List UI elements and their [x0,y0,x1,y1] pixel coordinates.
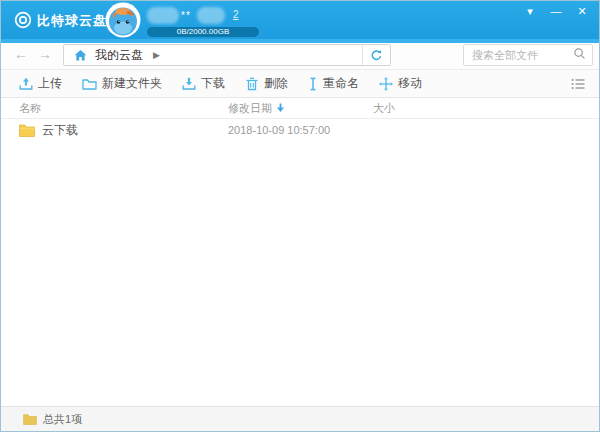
search-icon[interactable] [573,46,586,64]
new-folder-button[interactable]: 新建文件夹 [82,75,162,92]
back-button[interactable]: ← [11,46,31,62]
app-window: 比特球云盘 ** 2 0B/2000.00GB ▾ — ✕ ← → [0,0,600,432]
minimize-button[interactable]: — [547,3,565,19]
user-avatar[interactable] [105,2,141,38]
list-view-toggle-button[interactable] [571,78,585,90]
rename-button[interactable]: 重命名 [308,75,359,92]
column-header-modified[interactable]: 修改日期 [228,101,373,116]
delete-label: 删除 [264,75,288,92]
sort-descending-icon [276,103,285,113]
menu-dropdown-button[interactable]: ▾ [521,3,539,19]
list-view-icon [571,78,585,90]
column-header-size[interactable]: 大小 [373,101,599,116]
upload-button[interactable]: 上传 [19,75,62,92]
folder-icon [19,124,35,137]
titlebar: 比特球云盘 ** 2 0B/2000.00GB ▾ — ✕ [1,1,599,39]
column-header-name[interactable]: 名称 [1,101,228,116]
delete-button[interactable]: 删除 [245,75,288,92]
table-row[interactable]: 云下载 2018-10-09 10:57:00 [1,119,599,141]
app-logo-icon [14,11,32,29]
file-modified-cell: 2018-10-09 10:57:00 [228,124,373,136]
search-input[interactable] [464,49,573,61]
move-icon [379,77,393,91]
download-icon [182,77,196,91]
close-button[interactable]: ✕ [573,3,591,19]
status-folder-icon [23,414,37,425]
navigation-bar: ← → 我的云盘 ▶ [1,43,599,69]
item-count-summary: 总共1项 [43,412,82,427]
home-icon [74,49,87,62]
table-header-row: 名称 修改日期 大小 [1,98,599,119]
new-folder-label: 新建文件夹 [102,75,162,92]
refresh-button[interactable] [362,45,390,65]
breadcrumb[interactable]: 我的云盘 [95,47,143,64]
file-name: 云下载 [42,122,78,139]
delete-icon [245,77,259,91]
window-controls: ▾ — ✕ [521,3,591,19]
app-title: 比特球云盘 [37,12,107,30]
download-label: 下载 [201,75,225,92]
username-redacted-2 [197,7,225,24]
toolbar: 上传 新建文件夹 下载 删除 [1,69,599,98]
upload-icon [19,77,33,91]
address-bar[interactable]: 我的云盘 ▶ [63,44,391,66]
rename-label: 重命名 [323,75,359,92]
refresh-icon [370,49,383,62]
forward-button[interactable]: → [35,46,55,62]
file-list-empty-area[interactable] [1,141,599,406]
search-box [463,44,593,66]
username-mask-stars: ** [181,10,191,21]
status-bar: 总共1项 [1,406,599,431]
move-label: 移动 [398,75,422,92]
storage-quota-bar: 0B/2000.00GB [147,27,259,37]
move-button[interactable]: 移动 [379,75,422,92]
new-folder-icon [82,77,97,91]
upload-label: 上传 [38,75,62,92]
breadcrumb-caret-icon[interactable]: ▶ [153,50,160,60]
download-button[interactable]: 下载 [182,75,225,92]
file-name-cell[interactable]: 云下载 [1,122,228,139]
account-badge-link[interactable]: 2 [233,9,239,20]
username-redacted [147,7,179,24]
rename-icon [308,77,318,91]
